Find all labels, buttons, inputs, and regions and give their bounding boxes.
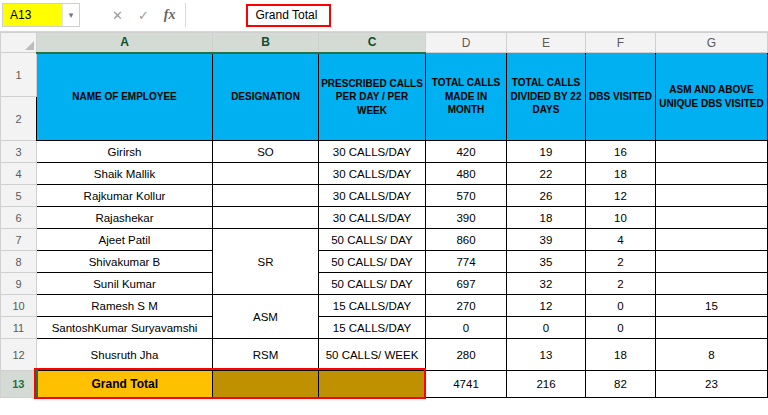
cell-designation-merged[interactable]: SR: [213, 229, 319, 295]
cell-total[interactable]: 0: [426, 317, 507, 339]
cell-total[interactable]: 774: [426, 251, 507, 273]
cell-designation[interactable]: [213, 207, 319, 229]
cell-dbs[interactable]: 2: [586, 251, 656, 273]
cell-divided[interactable]: 32: [507, 273, 586, 295]
cell-total[interactable]: 570: [426, 185, 507, 207]
row-header-1[interactable]: 1: [1, 53, 37, 97]
cell-name[interactable]: Sunil Kumar: [37, 273, 213, 295]
cell-designation[interactable]: [213, 185, 319, 207]
header-cell-total-calls[interactable]: TOTAL CALLS MADE IN MONTH: [426, 53, 507, 141]
cell-name[interactable]: Shusruth Jha: [37, 339, 213, 371]
header-cell-divided[interactable]: TOTAL CALLS DIVIDED BY 22 DAYS: [507, 53, 586, 141]
cell-prescribed[interactable]: 30 CALLS/DAY: [319, 163, 426, 185]
cell-prescribed[interactable]: 15 CALLS/DAY: [319, 295, 426, 317]
cell-designation-merged[interactable]: ASM: [213, 295, 319, 339]
column-header-g[interactable]: G: [656, 33, 768, 53]
cell-name[interactable]: Girirsh: [37, 141, 213, 163]
column-header-d[interactable]: D: [426, 33, 507, 53]
select-all-corner[interactable]: [1, 33, 37, 53]
row-header[interactable]: 6: [1, 207, 37, 229]
cell-designation[interactable]: [213, 163, 319, 185]
cell-dbs[interactable]: 12: [586, 185, 656, 207]
cell-divided[interactable]: 13: [507, 339, 586, 371]
grand-total-divided-cell[interactable]: 216: [507, 371, 586, 398]
enter-icon[interactable]: ✓: [138, 8, 149, 23]
cell-asm[interactable]: [656, 273, 768, 295]
header-cell-dbs[interactable]: DBS VISITED: [586, 53, 656, 141]
cell-asm[interactable]: [656, 163, 768, 185]
name-box-value[interactable]: A13: [3, 4, 62, 26]
cell-prescribed[interactable]: 30 CALLS/DAY: [319, 207, 426, 229]
cell-divided[interactable]: 18: [507, 207, 586, 229]
cell-total[interactable]: 420: [426, 141, 507, 163]
row-header[interactable]: 10: [1, 295, 37, 317]
cell-asm[interactable]: 15: [656, 295, 768, 317]
cell-name[interactable]: Rajkumar Kollur: [37, 185, 213, 207]
row-header-13[interactable]: 13: [1, 371, 37, 398]
row-header[interactable]: 4: [1, 163, 37, 185]
cell-dbs[interactable]: 10: [586, 207, 656, 229]
header-cell-designation[interactable]: DESIGNATION: [213, 53, 319, 141]
grand-total-dbs-cell[interactable]: 82: [586, 371, 656, 398]
cell-asm[interactable]: [656, 207, 768, 229]
cell-name[interactable]: Ramesh S M: [37, 295, 213, 317]
cell-prescribed[interactable]: 30 CALLS/DAY: [319, 141, 426, 163]
grand-total-asm-cell[interactable]: 23: [656, 371, 768, 398]
cell-designation[interactable]: SO: [213, 141, 319, 163]
cell-divided[interactable]: 22: [507, 163, 586, 185]
cell-divided[interactable]: 26: [507, 185, 586, 207]
cell-total[interactable]: 390: [426, 207, 507, 229]
cell-dbs[interactable]: 18: [586, 339, 656, 371]
cell-designation[interactable]: RSM: [213, 339, 319, 371]
cell-asm[interactable]: [656, 229, 768, 251]
cell-prescribed[interactable]: 50 CALLS/ WEEK: [319, 339, 426, 371]
grand-total-fill-cell[interactable]: [319, 371, 426, 398]
cell-dbs[interactable]: 2: [586, 273, 656, 295]
cell-total[interactable]: 860: [426, 229, 507, 251]
cell-dbs[interactable]: 16: [586, 141, 656, 163]
cell-prescribed[interactable]: 50 CALLS/ DAY: [319, 251, 426, 273]
row-header[interactable]: 11: [1, 317, 37, 339]
cell-total[interactable]: 280: [426, 339, 507, 371]
column-header-a[interactable]: A: [37, 33, 213, 53]
cell-name[interactable]: Ajeet Patil: [37, 229, 213, 251]
name-box[interactable]: A13 ▾: [2, 3, 80, 27]
formula-bar[interactable]: Grand Total: [186, 3, 768, 27]
cell-prescribed[interactable]: 50 CALLS/ DAY: [319, 229, 426, 251]
row-header[interactable]: 8: [1, 251, 37, 273]
insert-function-icon[interactable]: fx: [164, 7, 176, 23]
cell-total[interactable]: 480: [426, 163, 507, 185]
cell-divided[interactable]: 19: [507, 141, 586, 163]
header-cell-prescribed[interactable]: PRESCRIBED CALLS PER DAY / PER WEEK: [319, 53, 426, 141]
cell-dbs[interactable]: 0: [586, 295, 656, 317]
cell-prescribed[interactable]: 50 CALLS/ DAY: [319, 273, 426, 295]
cell-divided[interactable]: 12: [507, 295, 586, 317]
cell-dbs[interactable]: 0: [586, 317, 656, 339]
row-header[interactable]: 12: [1, 339, 37, 371]
header-cell-name[interactable]: NAME OF EMPLOYEE: [37, 53, 213, 141]
cell-divided[interactable]: 0: [507, 317, 586, 339]
row-header[interactable]: 5: [1, 185, 37, 207]
column-header-b[interactable]: B: [213, 33, 319, 53]
column-header-f[interactable]: F: [586, 33, 656, 53]
chevron-down-icon[interactable]: ▾: [62, 4, 79, 26]
row-header[interactable]: 9: [1, 273, 37, 295]
cell-total[interactable]: 697: [426, 273, 507, 295]
header-cell-asm[interactable]: ASM AND ABOVE UNIQUE DBS VISITED: [656, 53, 768, 141]
cell-name[interactable]: Shaik Mallik: [37, 163, 213, 185]
cancel-icon[interactable]: ✕: [112, 8, 123, 23]
grand-total-fill-cell[interactable]: [213, 371, 319, 398]
column-header-e[interactable]: E: [507, 33, 586, 53]
cell-prescribed[interactable]: 15 CALLS/DAY: [319, 317, 426, 339]
cell-total[interactable]: 270: [426, 295, 507, 317]
grand-total-label-cell[interactable]: Grand Total: [37, 371, 213, 398]
column-header-c[interactable]: C: [319, 33, 426, 53]
row-header-2[interactable]: 2: [1, 97, 37, 141]
cell-divided[interactable]: 39: [507, 229, 586, 251]
row-header[interactable]: 3: [1, 141, 37, 163]
cell-name[interactable]: Shivakumar B: [37, 251, 213, 273]
cell-dbs[interactable]: 4: [586, 229, 656, 251]
cell-dbs[interactable]: 18: [586, 163, 656, 185]
cell-asm[interactable]: [656, 251, 768, 273]
cell-name[interactable]: SantoshKumar Suryavamshi: [37, 317, 213, 339]
